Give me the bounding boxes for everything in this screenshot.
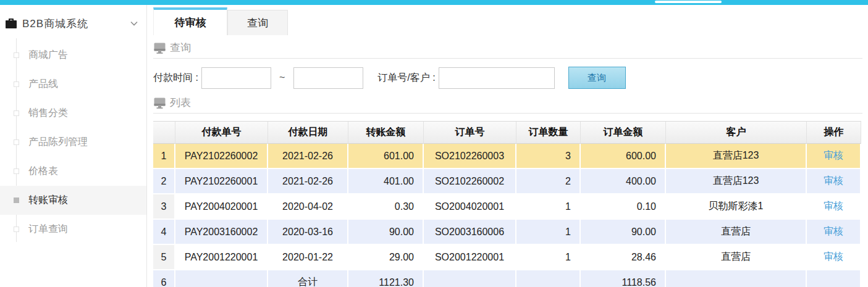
order-no-cell: SO2004020001 — [424, 194, 516, 220]
row-index: 4 — [153, 220, 175, 245]
order-customer-input[interactable] — [439, 67, 555, 89]
col-customer: 客户 — [666, 121, 807, 144]
date-from-input[interactable] — [201, 67, 271, 89]
table-header-row: 付款单号 付款日期 转账金额 订单号 订单数量 订单金额 客户 操作 — [153, 121, 861, 144]
transfer-amount-cell: 601.00 — [348, 144, 424, 169]
col-order-no: 订单号 — [424, 121, 516, 144]
section-divider — [153, 113, 862, 114]
date-to-input[interactable] — [293, 67, 363, 89]
order-qty-cell: 3 — [516, 144, 581, 169]
pay-no-cell: PAY2004020001 — [175, 194, 268, 220]
transfer-amount-cell: 29.00 — [348, 245, 424, 270]
list-section-header: 列表 — [154, 96, 862, 110]
audit-link[interactable]: 审核 — [824, 175, 843, 186]
customer-cell: 贝勒斯彩漆1 — [666, 194, 807, 220]
monitor-icon — [154, 43, 166, 54]
sidebar-item-order-query[interactable]: 订单查询 — [0, 215, 146, 244]
table-row[interactable]: 4 PAY2003160002 2020-03-16 90.00 SO20031… — [153, 220, 861, 245]
topbar-highlight — [655, 1, 722, 3]
order-qty-cell: 1 — [516, 194, 581, 220]
order-amount-cell: 600.00 — [581, 144, 666, 169]
section-divider — [153, 58, 862, 59]
table-row[interactable]: 1 PAY2102260002 2021-02-26 601.00 SO2102… — [153, 144, 861, 169]
total-label-cell: 合计 — [268, 270, 348, 287]
col-transfer-amount: 转账金额 — [348, 121, 424, 144]
pay-date-cell: 2020-01-22 — [268, 245, 348, 270]
audit-link[interactable]: 审核 — [824, 251, 843, 262]
query-form: 付款时间 : ~ 订单号/客户 : 查询 — [153, 67, 862, 89]
pay-no-cell: PAY2102260002 — [175, 144, 268, 169]
pay-no-cell: PAY2003160002 — [175, 220, 268, 245]
table-row[interactable]: 5 PAY2001220001 2020-01-22 29.00 SO20012… — [153, 245, 861, 270]
sidebar-item-product-display[interactable]: 产品陈列管理 — [0, 128, 146, 157]
pay-no-cell: PAY2102260001 — [175, 169, 268, 194]
tree-node-icon — [14, 52, 19, 58]
sidebar-item-transfer-audit[interactable]: 转账审核 — [0, 186, 146, 215]
sidebar-item-label: 产品陈列管理 — [28, 136, 88, 149]
main-layout: B2B商城系统 商城广告 产品线 销售分类 产品陈列管理 价格表 转账审核 订单… — [0, 5, 868, 287]
sidebar-item-label: 订单查询 — [28, 223, 68, 236]
sidebar-item-label: 转账审核 — [28, 194, 68, 207]
row-index: 5 — [153, 245, 175, 270]
col-order-amount: 订单金额 — [581, 121, 666, 144]
sidebar-item-label: 产品线 — [28, 78, 58, 91]
tab-pending-audit[interactable]: 待审核 — [153, 7, 227, 35]
row-index: 1 — [153, 144, 175, 169]
order-amount-cell: 0.10 — [581, 194, 666, 220]
pay-date-cell: 2020-03-16 — [268, 220, 348, 245]
row-index: 2 — [153, 169, 175, 194]
row-index: 6 — [153, 270, 175, 287]
order-amount-cell: 28.46 — [581, 245, 666, 270]
table-total-row: 6 合计 1121.30 1118.56 — [153, 270, 861, 287]
sidebar-item-label: 销售分类 — [28, 107, 68, 120]
table-row[interactable]: 2 PAY2102260001 2021-02-26 401.00 SO2102… — [153, 169, 861, 194]
sidebar-item-price-list[interactable]: 价格表 — [0, 157, 146, 186]
chevron-down-icon[interactable] — [130, 21, 138, 26]
customer-cell: 直营店123 — [666, 144, 807, 169]
sidebar-header[interactable]: B2B商城系统 — [0, 12, 146, 35]
order-no-cell: SO2102260003 — [424, 144, 516, 169]
sidebar-item-label: 价格表 — [28, 165, 58, 178]
pay-date-cell: 2021-02-26 — [268, 144, 348, 169]
empty-cell — [807, 270, 861, 287]
customer-cell: 直营店 — [666, 220, 807, 245]
col-pay-no: 付款单号 — [175, 121, 268, 144]
payments-table: 付款单号 付款日期 转账金额 订单号 订单数量 订单金额 客户 操作 1 PAY… — [153, 121, 861, 287]
sidebar-item-mall-ads[interactable]: 商城广告 — [0, 41, 146, 70]
tree-node-icon — [14, 168, 19, 174]
range-separator: ~ — [279, 72, 285, 83]
payment-time-label: 付款时间 : — [153, 72, 198, 85]
sidebar-title: B2B商城系统 — [22, 17, 88, 31]
monitor-icon — [154, 98, 166, 109]
order-customer-label: 订单号/客户 : — [377, 72, 435, 85]
audit-link[interactable]: 审核 — [824, 226, 843, 236]
top-accent-bar — [0, 0, 868, 5]
empty-cell — [666, 270, 807, 287]
table-row[interactable]: 3 PAY2004020001 2020-04-02 0.30 SO200402… — [153, 194, 861, 220]
order-qty-cell: 2 — [516, 169, 581, 194]
sidebar-menu: 商城广告 产品线 销售分类 产品陈列管理 价格表 转账审核 订单查询 — [0, 41, 146, 244]
query-section-header: 查询 — [154, 41, 862, 55]
sidebar-item-label: 商城广告 — [28, 49, 68, 62]
list-section-title: 列表 — [170, 96, 191, 110]
order-no-cell: SO2102260002 — [424, 169, 516, 194]
transfer-amount-cell: 0.30 — [348, 194, 424, 220]
transfer-total-cell: 1121.30 — [348, 270, 424, 287]
sidebar-item-product-line[interactable]: 产品线 — [0, 70, 146, 99]
col-pay-date: 付款日期 — [268, 121, 348, 144]
col-action: 操作 — [807, 121, 861, 144]
audit-link[interactable]: 审核 — [824, 150, 843, 160]
sidebar-item-sales-category[interactable]: 销售分类 — [0, 99, 146, 128]
tree-node-icon — [14, 81, 19, 87]
order-total-cell: 1118.56 — [581, 270, 666, 287]
col-index — [153, 121, 175, 144]
briefcase-icon — [5, 18, 17, 29]
content-area: 待审核 查询 查询 付款时间 : ~ 订单号/客户 : 查询 列表 — [147, 5, 868, 287]
tree-node-icon — [14, 139, 19, 145]
transfer-amount-cell: 401.00 — [348, 169, 424, 194]
empty-cell — [516, 270, 581, 287]
row-index: 3 — [153, 194, 175, 220]
audit-link[interactable]: 审核 — [824, 201, 843, 211]
tab-query[interactable]: 查询 — [227, 10, 288, 35]
search-button[interactable]: 查询 — [568, 67, 626, 89]
